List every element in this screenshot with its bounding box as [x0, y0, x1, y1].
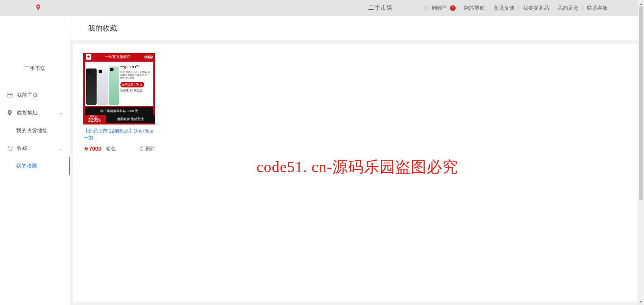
chevron-down-icon: ⌄: [59, 145, 63, 151]
top-navigation-bar: 二手市场 购物车 1 网站导航 意见反馈 我要卖商品 我的足迹 联系客服: [0, 0, 644, 16]
promo-pill-1: 至高优惠 100 元: [120, 82, 144, 87]
brand-logo-icon: +: [86, 54, 91, 60]
separator: [553, 5, 553, 11]
trash-icon: [139, 146, 144, 152]
delete-label: 删除: [145, 145, 155, 152]
vertical-scrollbar[interactable]: ▴ ▾: [638, 0, 644, 305]
cart-label: 购物车: [432, 4, 448, 12]
promo-bar-2: 全国联保 售后无忧: [106, 115, 155, 123]
promo-pill-2: 购机享 12 期免息: [120, 89, 151, 93]
watermark-text: code51. cn-源码乐园盗图必究: [256, 157, 458, 177]
location-icon[interactable]: [36, 4, 40, 11]
separator: [460, 5, 460, 11]
product-spec: 暗色: [106, 145, 116, 152]
sidebar-item-home[interactable]: 我的主页: [0, 86, 70, 104]
cart-icon: [7, 145, 13, 151]
favorites-panel: + 一加官方旗舰店 NEW 一加 9 RT5G 骁龙 888 处理器｜120Hz…: [73, 44, 642, 302]
nav-footprint[interactable]: 我的足迹: [557, 4, 578, 12]
promo-bar-1: 以旧换新至高补贴 3800 元: [85, 107, 153, 115]
top-site-name[interactable]: 二手市场: [368, 4, 392, 12]
product-image[interactable]: + 一加官方旗舰店 NEW 一加 9 RT5G 骁龙 888 处理器｜120Hz…: [83, 53, 155, 124]
sidebar: 二手市场 我的主页 收货地址 ⌄ 我的收货地址 收藏 ⌄ 我的收藏: [0, 16, 70, 305]
favorite-item: + 一加官方旗舰店 NEW 一加 9 RT5G 骁龙 888 处理器｜120Hz…: [83, 53, 155, 153]
sidebar-item-label: 收藏: [17, 145, 27, 152]
page-title: 我的收藏: [70, 16, 644, 41]
new-badge: NEW: [144, 56, 153, 58]
model-name: 一加 9 RT: [120, 65, 136, 69]
sidebar-item-address[interactable]: 收货地址 ⌄: [0, 104, 70, 122]
cart-badge: 1: [450, 5, 456, 11]
top-avatar[interactable]: [397, 2, 410, 15]
model-sup: 5G: [136, 64, 140, 67]
scroll-up-icon[interactable]: ▴: [638, 0, 644, 6]
nav-sell[interactable]: 我要卖商品: [523, 4, 549, 12]
cart-link[interactable]: 购物车 1: [423, 4, 456, 12]
svg-rect-1: [8, 94, 10, 95]
svg-rect-3: [8, 96, 12, 96]
svg-rect-2: [10, 94, 12, 95]
product-price: ￥7000: [83, 145, 101, 153]
sidebar-item-label: 我的主页: [17, 91, 38, 99]
nav-feedback[interactable]: 意见反馈: [493, 4, 514, 12]
chevron-down-icon: ⌄: [59, 110, 63, 116]
id-card-icon: [7, 92, 13, 98]
nav-site-map[interactable]: 网站导航: [464, 4, 485, 12]
separator: [489, 5, 489, 11]
main-content: 我的收藏 + 一加官方旗舰店 NEW: [70, 16, 644, 305]
pin-icon: [7, 110, 13, 116]
sidebar-site-name: 二手市场: [0, 65, 70, 72]
separator: [582, 5, 583, 11]
scroll-down-icon[interactable]: ▾: [638, 299, 644, 305]
store-tag: 一加官方旗舰店: [105, 54, 130, 60]
sidebar-item-label: 收货地址: [17, 109, 38, 116]
separator: [518, 5, 519, 11]
image-price: 到手价： 3199起: [83, 115, 106, 123]
sidebar-item-favorites[interactable]: 收藏 ⌄: [0, 139, 70, 157]
scrollbar-thumb[interactable]: [639, 6, 643, 200]
separator: [419, 5, 419, 11]
sidebar-sub-my-favorites[interactable]: 我的收藏: [0, 157, 70, 175]
spec-line: 骁龙 888 处理器｜120Hz 高刷好屏 5000 万像素 索尼 IMX766…: [120, 71, 151, 80]
svg-rect-0: [8, 93, 12, 97]
sidebar-avatar[interactable]: [18, 26, 52, 60]
delete-button[interactable]: 删除: [139, 145, 155, 152]
sidebar-sub-my-address[interactable]: 我的收货地址: [0, 122, 70, 139]
nav-service[interactable]: 联系客服: [587, 4, 608, 12]
svg-point-4: [9, 150, 10, 151]
product-title-link[interactable]: 【新品上市 12期免息】OnePlus/一加...: [83, 128, 155, 141]
svg-point-5: [11, 150, 12, 151]
